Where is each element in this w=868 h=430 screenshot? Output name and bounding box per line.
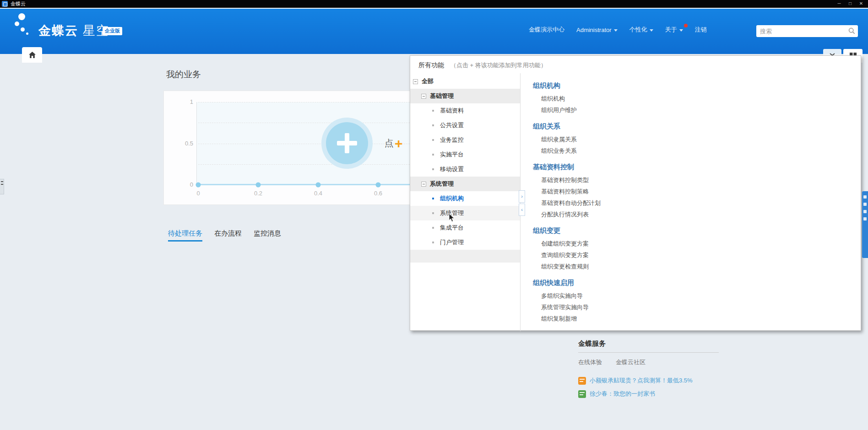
- y-tick-label: 1: [175, 98, 193, 105]
- app-icon: [2, 1, 8, 7]
- left-dock-tab[interactable]: [0, 179, 4, 194]
- notification-dot-icon: [684, 24, 688, 27]
- bullet-icon: [432, 212, 434, 214]
- header-menu-item[interactable]: 关于: [665, 26, 683, 34]
- collapse-expander-icon[interactable]: [421, 94, 426, 99]
- promo-link[interactable]: 徐少春：致您的一封家书: [578, 390, 725, 398]
- function-category-title[interactable]: 组织关系: [533, 121, 853, 131]
- function-link[interactable]: 分配执行情况列表: [533, 209, 853, 220]
- tree-item[interactable]: 全部: [410, 74, 520, 89]
- bullet-icon: [432, 168, 434, 170]
- header-menu-item[interactable]: 金蝶演示中心: [529, 26, 564, 34]
- menu-item-label: 个性化: [629, 26, 647, 34]
- dock-icon: [863, 217, 867, 220]
- function-section: 组织变更创建组织变更方案查询组织变更方案组织变更检查规则: [533, 226, 853, 272]
- x-tick-label: 0: [196, 190, 200, 197]
- bullet-icon: [432, 110, 434, 112]
- services-title: 金蝶服务: [578, 339, 725, 348]
- function-link[interactable]: 基础资料控制类型: [533, 174, 853, 186]
- services-links: 在线体验 金蝶云社区: [578, 358, 725, 366]
- tree-item[interactable]: 基础资料: [410, 103, 520, 118]
- app-logo: 金蝶云 星空: [38, 22, 109, 39]
- tree-item[interactable]: 公共设置: [410, 118, 520, 133]
- promo-link[interactable]: 小额银承贴现贵？点我测算！最低3.5%: [578, 376, 725, 385]
- panel-header: 所有功能（点击 + 将该功能添加到常用功能）: [418, 61, 547, 70]
- function-link[interactable]: 组织业务关系: [533, 145, 853, 156]
- tree-footer: [410, 250, 520, 263]
- function-list: 组织机构组织机构组织用户维护组织关系组织隶属关系组织业务关系基础资料控制基础资料…: [533, 74, 853, 330]
- function-category-title[interactable]: 基础资料控制: [533, 162, 853, 172]
- right-dock-toolbar[interactable]: [862, 191, 868, 258]
- window-title: 金蝶云: [11, 1, 26, 7]
- bullet-icon: [432, 154, 434, 156]
- dashboard-tab[interactable]: 监控消息: [254, 229, 281, 242]
- function-link[interactable]: 多组织实施向导: [533, 290, 853, 301]
- window-minimize-button[interactable]: ─: [834, 0, 844, 7]
- collapse-expander-icon[interactable]: [413, 79, 418, 84]
- search-input[interactable]: [760, 26, 845, 37]
- dashboard-tab[interactable]: 待处理任务: [168, 229, 202, 242]
- header-menu-item[interactable]: Administrator: [576, 27, 618, 33]
- window-maximize-button[interactable]: □: [845, 0, 855, 7]
- collapse-expander-icon[interactable]: [421, 182, 426, 187]
- header-menu-item[interactable]: 注销: [695, 26, 707, 34]
- tree-item-label: 系统管理: [430, 180, 454, 188]
- function-category-title[interactable]: 组织快速启用: [533, 278, 853, 288]
- promo-badge-icon: [578, 390, 586, 398]
- add-widget-button[interactable]: [326, 122, 368, 164]
- y-tick-label: 0.5: [175, 140, 193, 147]
- function-link[interactable]: 查询组织变更方案: [533, 249, 853, 261]
- menu-item-label: 关于: [665, 26, 677, 34]
- function-category-title[interactable]: 组织机构: [533, 81, 853, 91]
- x-tick-label: 0.4: [314, 190, 322, 197]
- function-link[interactable]: 组织机构: [533, 93, 853, 104]
- online-experience-link[interactable]: 在线体验: [578, 358, 602, 366]
- hint-text: 点: [385, 138, 394, 148]
- function-link[interactable]: 基础资料自动分配计划: [533, 197, 853, 209]
- chart-data-point: [376, 182, 381, 187]
- bullet-icon: [432, 242, 434, 243]
- bullet-icon: [432, 139, 434, 141]
- function-link[interactable]: 创建组织变更方案: [533, 238, 853, 249]
- function-link[interactable]: 组织用户维护: [533, 104, 853, 116]
- dock-icon: [863, 203, 867, 206]
- tree-item[interactable]: 业务监控: [410, 133, 520, 147]
- tree-item[interactable]: 基础管理: [410, 89, 520, 103]
- search-icon[interactable]: [848, 27, 855, 34]
- function-link[interactable]: 组织隶属关系: [533, 134, 853, 145]
- tree-item[interactable]: 实施平台: [410, 147, 520, 162]
- tree-item[interactable]: 门户管理: [410, 235, 520, 250]
- dock-mark: [1, 181, 3, 182]
- tree-item[interactable]: 组织机构: [410, 191, 520, 206]
- function-link[interactable]: 基础资料控制策略: [533, 186, 853, 197]
- function-link[interactable]: 组织复制新增: [533, 313, 853, 324]
- home-tab[interactable]: [22, 47, 42, 63]
- tree-item-label: 门户管理: [440, 238, 464, 247]
- logo-dot-icon: [21, 27, 25, 32]
- function-section: 组织快速启用多组织实施向导系统管理实施向导组织复制新增: [533, 278, 853, 324]
- dashboard-tab[interactable]: 在办流程: [214, 229, 242, 242]
- tree-item[interactable]: 系统管理: [410, 206, 520, 220]
- function-link[interactable]: 系统管理实施向导: [533, 301, 853, 313]
- splitter-expand-button[interactable]: ›: [519, 190, 525, 203]
- tree-item-label: 实施平台: [440, 150, 464, 159]
- function-section: 组织机构组织机构组织用户维护: [533, 81, 853, 116]
- x-tick-label: 0.6: [374, 190, 382, 197]
- tree-item[interactable]: 集成平台: [410, 220, 520, 235]
- bullet-icon: [432, 198, 434, 199]
- function-category-title[interactable]: 组织变更: [533, 226, 853, 236]
- logo-dot-icon: [26, 32, 28, 35]
- logo-dot-icon: [18, 13, 25, 20]
- splitter-collapse-button[interactable]: ‹: [519, 204, 525, 216]
- cloud-community-link[interactable]: 金蝶云社区: [616, 358, 646, 366]
- window-close-button[interactable]: ✕: [856, 0, 866, 7]
- tree-item-label: 移动设置: [440, 165, 464, 173]
- kingdee-services: 金蝶服务 在线体验 金蝶云社区 小额银承贴现贵？点我测算！最低3.5%徐少春：致…: [578, 339, 725, 403]
- function-link[interactable]: 组织变更检查规则: [533, 261, 853, 272]
- tree-item[interactable]: 移动设置: [410, 162, 520, 177]
- orange-plus-icon: +: [395, 136, 403, 151]
- menu-item-label: 注销: [695, 26, 707, 34]
- function-section: 组织关系组织隶属关系组织业务关系: [533, 121, 853, 156]
- header-menu-item[interactable]: 个性化: [629, 26, 653, 34]
- tree-item[interactable]: 系统管理: [410, 177, 520, 191]
